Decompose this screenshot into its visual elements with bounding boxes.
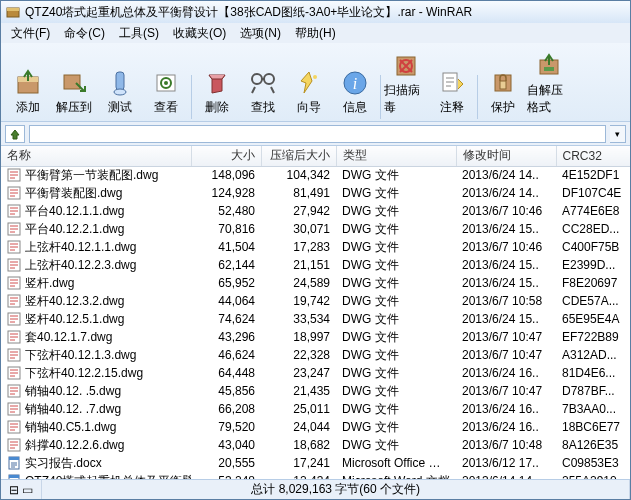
table-row[interactable]: 斜撑40.12.2.6.dwg43,04018,682DWG 文件2013/6/… <box>1 436 630 454</box>
table-row[interactable]: 竖杆40.12.3.2.dwg44,06419,742DWG 文件2013/6/… <box>1 292 630 310</box>
toolbar-解压到[interactable]: 解压到 <box>51 64 97 119</box>
menu-help[interactable]: 帮助(H) <box>289 23 342 44</box>
file-type: DWG 文件 <box>336 346 456 364</box>
table-row[interactable]: 下弦杆40.12.2.15.dwg64,44823,247DWG 文件2013/… <box>1 364 630 382</box>
file-mtime: 2013/6/24 15.. <box>456 310 556 328</box>
toolbar-向导[interactable]: 向导 <box>286 64 332 119</box>
table-row[interactable]: QTZ40塔式起重机总体及平衡臂设计开题报告.doc53,24812,434Mi… <box>1 472 630 479</box>
file-list[interactable]: 名称 大小 压缩后大小 类型 修改时间 CRC32 平衡臂第一节装配图.dwg1… <box>1 146 630 479</box>
file-mtime: 2013/6/24 14.. <box>456 166 556 184</box>
file-type: DWG 文件 <box>336 184 456 202</box>
file-name: 上弦杆40.12.2.3.dwg <box>25 257 136 274</box>
toolbar-扫描病毒[interactable]: 扫描病毒 <box>383 47 429 119</box>
file-mtime: 2013/6/7 10:48 <box>456 436 556 454</box>
menu-file[interactable]: 文件(F) <box>5 23 56 44</box>
toolbar-删除[interactable]: 删除 <box>194 64 240 119</box>
file-type: DWG 文件 <box>336 292 456 310</box>
file-icon <box>7 384 21 398</box>
toolbar-保护[interactable]: 保护 <box>480 64 526 119</box>
file-crc: CDE57A... <box>556 292 630 310</box>
file-type: DWG 文件 <box>336 220 456 238</box>
file-type: DWG 文件 <box>336 310 456 328</box>
menu-options[interactable]: 选项(N) <box>234 23 287 44</box>
toolbar-信息[interactable]: i信息 <box>332 64 378 119</box>
svg-point-12 <box>313 75 317 79</box>
up-button[interactable] <box>5 125 25 143</box>
file-name: 竖杆40.12.3.2.dwg <box>25 293 124 310</box>
col-type[interactable]: 类型 <box>336 146 456 166</box>
path-dropdown[interactable]: ▾ <box>610 125 626 143</box>
menubar: 文件(F) 命令(C) 工具(S) 收藏夹(O) 选项(N) 帮助(H) <box>1 23 630 43</box>
toolbar-查找[interactable]: 查找 <box>240 64 286 119</box>
toolbar-label: 删除 <box>205 99 229 116</box>
file-size: 43,296 <box>191 328 261 346</box>
table-row[interactable]: 平台40.12.1.1.dwg52,48027,942DWG 文件2013/6/… <box>1 202 630 220</box>
table-row[interactable]: 竖杆40.12.5.1.dwg74,62433,534DWG 文件2013/6/… <box>1 310 630 328</box>
menu-tools[interactable]: 工具(S) <box>113 23 165 44</box>
file-size: 41,504 <box>191 238 261 256</box>
file-mtime: 2013/6/7 10:47 <box>456 382 556 400</box>
col-size[interactable]: 大小 <box>191 146 261 166</box>
table-row[interactable]: 竖杆.dwg65,95224,589DWG 文件2013/6/24 15..F8… <box>1 274 630 292</box>
file-crc: A312AD... <box>556 346 630 364</box>
toolbar-icon <box>533 50 565 82</box>
file-mtime: 2013/6/7 10:46 <box>456 238 556 256</box>
table-row[interactable]: 下弦杆40.12.1.3.dwg46,62422,328DWG 文件2013/6… <box>1 346 630 364</box>
file-packed: 18,997 <box>261 328 336 346</box>
file-type: Microsoft Office Wor... <box>336 454 456 472</box>
table-row[interactable]: 套40.12.1.7.dwg43,29618,997DWG 文件2013/6/7… <box>1 328 630 346</box>
file-crc: 18BC6E77 <box>556 418 630 436</box>
file-crc: EF722B89 <box>556 328 630 346</box>
col-name[interactable]: 名称 <box>1 146 191 166</box>
toolbar-label: 查找 <box>251 99 275 116</box>
toolbar-label: 查看 <box>154 99 178 116</box>
toolbar-icon <box>293 67 325 99</box>
table-row[interactable]: 平台40.12.2.1.dwg70,81630,071DWG 文件2013/6/… <box>1 220 630 238</box>
file-type: DWG 文件 <box>336 382 456 400</box>
toolbar-注释[interactable]: 注释 <box>429 64 475 119</box>
table-row[interactable]: 平衡臂装配图.dwg124,92881,491DWG 文件2013/6/24 1… <box>1 184 630 202</box>
table-row[interactable]: 销轴40.C5.1.dwg79,52024,044DWG 文件2013/6/24… <box>1 418 630 436</box>
toolbar-icon: i <box>339 67 371 99</box>
file-packed: 24,589 <box>261 274 336 292</box>
col-mtime[interactable]: 修改时间 <box>456 146 556 166</box>
file-crc: C09853E3 <box>556 454 630 472</box>
table-row[interactable]: 平衡臂第一节装配图.dwg148,096104,342DWG 文件2013/6/… <box>1 166 630 184</box>
file-type: DWG 文件 <box>336 400 456 418</box>
table-row[interactable]: 上弦杆40.12.1.1.dwg41,50417,283DWG 文件2013/6… <box>1 238 630 256</box>
menu-favorites[interactable]: 收藏夹(O) <box>167 23 232 44</box>
col-packed[interactable]: 压缩后大小 <box>261 146 336 166</box>
col-crc[interactable]: CRC32 <box>556 146 630 166</box>
toolbar-添加[interactable]: 添加 <box>5 64 51 119</box>
toolbar-自解压格式[interactable]: 自解压格式 <box>526 47 572 119</box>
table-row[interactable]: 销轴40.12. .5.dwg45,85621,435DWG 文件2013/6/… <box>1 382 630 400</box>
table-row[interactable]: 实习报告.docx20,55517,241Microsoft Office Wo… <box>1 454 630 472</box>
file-icon <box>7 294 21 308</box>
file-icon <box>7 330 21 344</box>
pathbar: ▾ <box>1 122 630 146</box>
file-size: 124,928 <box>191 184 261 202</box>
file-name: 竖杆40.12.5.1.dwg <box>25 311 124 328</box>
table-row[interactable]: 销轴40.12. .7.dwg66,20825,011DWG 文件2013/6/… <box>1 400 630 418</box>
window-title: QTZ40塔式起重机总体及平衡臂设计【38张CAD图纸-3A0+毕业论文】.ra… <box>25 4 626 21</box>
statusbar: ⊟ ▭ 总计 8,029,163 字节(60 个文件) <box>1 479 630 499</box>
toolbar-查看[interactable]: 查看 <box>143 64 189 119</box>
file-mtime: 2013/6/24 15.. <box>456 274 556 292</box>
file-name: 销轴40.C5.1.dwg <box>25 419 116 436</box>
path-input[interactable] <box>29 125 606 143</box>
toolbar-测试[interactable]: 测试 <box>97 64 143 119</box>
file-icon <box>7 348 21 362</box>
file-name: 平台40.12.2.1.dwg <box>25 221 124 238</box>
file-name: 套40.12.1.7.dwg <box>25 329 112 346</box>
file-name: 实习报告.docx <box>25 455 102 472</box>
table-row[interactable]: 上弦杆40.12.2.3.dwg62,14421,151DWG 文件2013/6… <box>1 256 630 274</box>
file-icon <box>7 438 21 452</box>
file-type: DWG 文件 <box>336 166 456 184</box>
file-name: 平台40.12.1.1.dwg <box>25 203 124 220</box>
menu-commands[interactable]: 命令(C) <box>58 23 111 44</box>
file-size: 46,624 <box>191 346 261 364</box>
titlebar: QTZ40塔式起重机总体及平衡臂设计【38张CAD图纸-3A0+毕业论文】.ra… <box>1 1 630 23</box>
file-type: DWG 文件 <box>336 256 456 274</box>
file-crc: C400F75B <box>556 238 630 256</box>
file-mtime: 2013/6/24 16.. <box>456 418 556 436</box>
